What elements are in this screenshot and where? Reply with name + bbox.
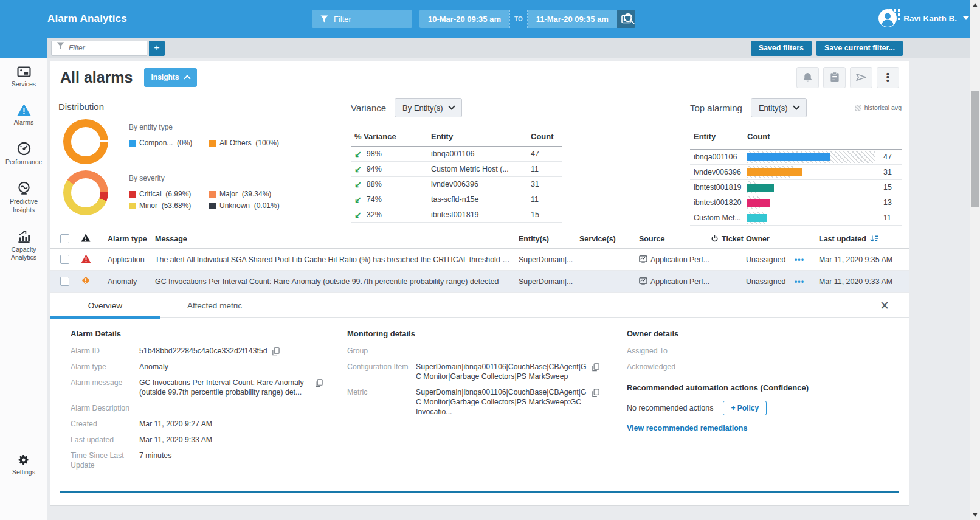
sort-icon[interactable] [870, 235, 879, 243]
chevron-down-icon [448, 103, 455, 109]
user-name: Ravi Kanth B. [903, 14, 957, 23]
severity-donut-chart[interactable] [63, 170, 108, 215]
sidebar-item-label: Predictive Insights [2, 198, 45, 213]
row-actions-menu[interactable]: ••• [795, 277, 819, 286]
copy-icon[interactable] [592, 363, 599, 372]
predictive-insights-icon [17, 181, 31, 195]
variance-row[interactable]: ↙88% lvndev006396 31 [351, 177, 562, 192]
variance-row[interactable]: ↙32% ibntest001819 15 [351, 207, 562, 223]
copy-icon[interactable] [272, 347, 280, 356]
user-menu[interactable]: Ravi Kanth B. [878, 9, 969, 28]
save-current-filter-button[interactable]: Save current filter... [816, 41, 903, 56]
vertical-scrollbar[interactable] [970, 0, 980, 520]
services-icon [17, 66, 31, 78]
row-actions-menu[interactable]: ••• [795, 255, 819, 264]
search-button[interactable] [623, 12, 635, 27]
top-alarming-row[interactable]: ibnqa001106 47 [690, 150, 902, 165]
top-alarming-section: Top alarming Entity(s) historical avg En… [690, 93, 902, 226]
source-app-icon [639, 255, 647, 263]
count-bar [747, 181, 875, 193]
severity-col-icon [81, 234, 91, 242]
alarms-table: Alarm type Message Entity(s) Service(s) … [50, 229, 909, 293]
scroll-down-arrow[interactable] [973, 513, 978, 517]
sidebar-item-label: Alarms [14, 119, 34, 127]
variance-row[interactable]: ↙94% Custom Metric Host (... 11 [351, 162, 562, 177]
sidebar-item-predictive[interactable]: Predictive Insights [0, 173, 47, 221]
row-checkbox[interactable] [60, 277, 69, 286]
insights-toggle-button[interactable]: Insights [144, 68, 197, 87]
variance-dropdown[interactable]: By Entity(s) [395, 98, 461, 117]
variance-down-icon: ↙ [354, 180, 362, 189]
sidebar-item-alarms[interactable]: Alarms [0, 95, 47, 134]
filter-input[interactable] [51, 41, 147, 56]
service-col-header: Service(s) [579, 235, 639, 243]
date-range-picker: 10-Mar-20 09:35 am TO 11-Mar-20 09:35 am [419, 10, 635, 28]
severity-legend-item: Major (39.34%) [209, 190, 280, 198]
detail-field: Metric SuperDomain|ibnqa001106|CouchBase… [347, 388, 627, 417]
copy-icon[interactable] [315, 379, 323, 387]
send-button[interactable] [850, 67, 872, 88]
performance-icon [17, 142, 31, 156]
variance-down-icon: ↙ [354, 210, 362, 219]
detail-field: Alarm ID 51b48bbd222845c4a0ce332d2f143f5… [71, 347, 347, 356]
owner-details-column: Owner details Assigned To Acknowledged R… [627, 329, 899, 477]
sidebar-item-settings[interactable]: Settings [0, 446, 47, 484]
tab-overview[interactable]: Overview [50, 294, 160, 317]
avatar [878, 9, 897, 28]
view-remediations-link[interactable]: View recommended remediations [627, 424, 747, 432]
top-alarming-row[interactable]: ibntest001819 15 [690, 180, 902, 195]
copy-icon[interactable] [592, 389, 599, 397]
top-alarming-row[interactable]: Custom Met... 11 [690, 210, 902, 226]
legend-swatch-icon [209, 203, 216, 209]
date-to-button[interactable]: 11-Mar-20 09:35 am [528, 10, 617, 28]
row-checkbox[interactable] [60, 255, 69, 264]
date-range-to-label: TO [509, 10, 528, 28]
variance-row[interactable]: ↙74% tas-scfld-n15e 11 [351, 192, 562, 207]
alarm-row[interactable]: Application The alert All Individual SGA… [50, 249, 909, 271]
sidebar-item-performance[interactable]: Performance [0, 134, 47, 173]
source-col-header: Source [639, 235, 711, 243]
detail-field: Alarm Description [71, 404, 347, 414]
owner-details-title: Owner details [627, 329, 899, 338]
alarm-row[interactable]: Anomaly GC Invocations Per Interval Coun… [50, 271, 909, 293]
variance-section: Variance By Entity(s) % Variance Entity … [351, 93, 562, 223]
detail-field: Alarm message GC Invocations Per Interva… [71, 378, 347, 398]
monitoring-details-title: Monitoring details [347, 329, 627, 338]
scroll-up-arrow[interactable] [973, 3, 978, 7]
saved-filters-button[interactable]: Saved filters [751, 41, 812, 56]
sidebar-item-label: Settings [12, 468, 35, 476]
header-filter-button[interactable]: Filter [312, 10, 412, 28]
close-icon[interactable]: ✕ [880, 299, 889, 313]
notifications-button[interactable] [796, 67, 819, 88]
historical-avg-legend: historical avg [855, 104, 902, 111]
top-alarming-row[interactable]: lvndev006396 31 [690, 165, 902, 180]
date-from-button[interactable]: 10-Mar-20 09:35 am [419, 10, 509, 28]
add-filter-button[interactable]: + [149, 41, 165, 56]
entity-type-donut-chart[interactable] [63, 119, 108, 164]
sidebar: ServicesAlarmsPerformancePredictive Insi… [0, 58, 47, 520]
more-options-button[interactable]: ••• [877, 67, 899, 88]
critical-severity-icon [81, 254, 91, 263]
alarm-details-column: Alarm Details Alarm ID 51b48bbd222845c4a… [71, 329, 347, 477]
top-alarming-dropdown[interactable]: Entity(s) [751, 98, 807, 117]
ticket-col-header: Ticket [722, 235, 744, 243]
sidebar-item-label: Capacity Analytics [2, 246, 45, 262]
add-policy-button[interactable]: + Policy [723, 401, 767, 415]
sidebar-item-services[interactable]: Services [0, 58, 47, 95]
top-alarming-row[interactable]: ibntest001820 13 [690, 195, 902, 210]
variance-row[interactable]: ↙98% ibnqa001106 47 [351, 147, 562, 162]
alarm-type-col-header: Alarm type [108, 235, 155, 243]
scrollbar-thumb[interactable] [971, 91, 979, 207]
top-alarming-title: Top alarming [690, 103, 742, 113]
legend-swatch-icon [129, 203, 136, 209]
sidebar-item-capacity[interactable]: Capacity Analytics [0, 221, 47, 269]
capacity-analytics-icon [17, 229, 31, 243]
chevron-down-icon [793, 103, 799, 109]
select-all-checkbox[interactable] [60, 234, 69, 243]
report-button[interactable] [823, 67, 846, 88]
sidebar-item-label: Performance [5, 158, 42, 166]
tab-affected-metric[interactable]: Affected metric [160, 294, 269, 317]
entity-type-legend-item: Compon... (0%) [129, 139, 209, 147]
detail-field: Time Since Last Update 7 minutes [71, 451, 347, 471]
severity-legend-item: Minor (53.68%) [129, 201, 209, 210]
